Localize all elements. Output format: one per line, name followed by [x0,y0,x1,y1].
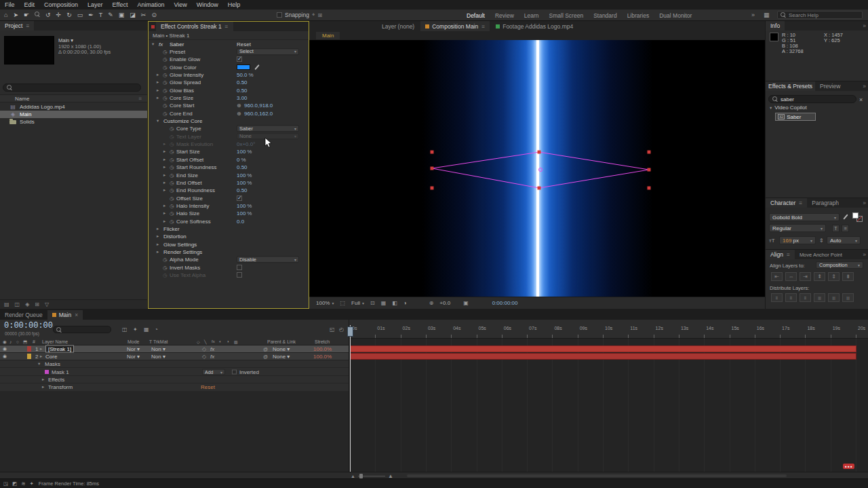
panel-menu-icon[interactable]: ≡ [787,251,790,258]
clone-stamp-tool-icon[interactable]: ▣ [119,12,125,18]
property-value[interactable]: 100% [237,202,252,208]
property-value[interactable]: 960.0,162.0 [244,110,273,116]
viewer-tab-footage-addidas-logo-mp4[interactable]: Footage Addidas Logo.mp4 [491,21,578,31]
mode-dropdown[interactable]: Nor ▾ [127,354,140,360]
trkmat-column[interactable]: T TrkMat [149,339,167,344]
motion-blur-master-icon[interactable]: ◔ [155,326,158,333]
menu-edit[interactable]: Edit [20,1,40,8]
panel-menu-icon[interactable]: ≡ [799,200,802,206]
inverted-checkbox[interactable] [232,369,237,374]
align-to-dropdown[interactable]: Composition▾ [816,261,863,269]
mask-vertex-handle[interactable] [431,151,434,154]
value-number[interactable]: 0x+0.0° [237,141,255,147]
workspace-dual-monitor[interactable]: Dual Monitor [659,12,692,19]
fill-color-swatch[interactable] [852,212,859,219]
draft-preview-icon[interactable]: ≋ [21,481,25,487]
twirl-icon[interactable]: ▾ [38,361,40,367]
draft-3d-icon[interactable]: ✦ [133,326,138,333]
property-row-transform[interactable]: ▸TransformReset [0,383,349,391]
value-number[interactable]: 0.50 [237,164,248,170]
new-composition-icon[interactable]: ◈ [25,301,29,307]
twirl-icon[interactable]: ▸ [163,141,165,147]
twirl-icon[interactable]: ▸ [157,88,159,93]
mask-anchor[interactable] [539,168,542,172]
distribute-v-center-button[interactable]: ≡ [785,293,797,302]
roto-brush-tool-icon[interactable]: ✂ [141,12,146,18]
zoom-out-mountain-icon[interactable]: ▲ [351,474,355,478]
font-style-dropdown[interactable]: Regular▾ [769,224,826,232]
property-value[interactable]: 0x+0.0° [237,141,255,147]
stretch-column[interactable]: Stretch [315,339,330,344]
eyedropper-icon[interactable] [254,64,260,70]
panel-overflow-icon[interactable]: » [863,83,866,90]
distribute-left-button[interactable]: ||| [814,293,825,302]
stopwatch-icon[interactable]: ◷ [163,49,167,55]
layer-name[interactable]: [Streak 1] [45,345,74,353]
hand-tool-icon[interactable]: ☛ [24,12,29,18]
new-folder-icon[interactable]: ◫ [15,301,20,307]
property-label[interactable]: Transform [48,384,73,390]
video-visibility-toggle[interactable]: ◉ [3,354,7,359]
distribute-h-center-button[interactable]: ||| [828,293,840,302]
align-v-center-button[interactable]: ⇕ [828,272,840,281]
transparency-grid-icon[interactable]: ▦ [381,300,387,306]
menu-view[interactable]: View [169,1,191,8]
close-icon[interactable]: × [75,312,78,318]
panel-divider[interactable] [349,320,349,472]
layer-name-column[interactable]: Layer Name [42,339,68,344]
tab-preview[interactable]: Preview [815,81,845,91]
property-row-mask-1[interactable]: Mask 1Add▾Inverted [0,368,349,375]
mask-vertex-handle[interactable] [648,151,651,154]
mode-dropdown[interactable]: Nor ▾ [127,346,140,352]
menu-layer[interactable]: Layer [83,1,108,8]
current-time-indicator-handle[interactable] [347,326,353,337]
panel-menu-icon[interactable]: ≡ [481,23,485,30]
mask-handles[interactable] [431,151,651,190]
resolution-dropdown[interactable]: Full▾ [351,300,364,306]
tab-align[interactable]: Align≡ [766,250,795,259]
workspace-small-screen[interactable]: Small Screen [549,12,584,19]
stopwatch-icon[interactable]: ◷ [163,56,167,62]
threed-column-icon[interactable]: ▧ [234,339,238,344]
twirl-icon[interactable]: ▸ [157,95,159,100]
tab-effect-controls[interactable]: Effect Controls Streak 1 ≡ [156,22,233,31]
value-number[interactable]: 0 [237,156,239,162]
twirl-icon[interactable]: ▸ [157,249,159,255]
preview-item-name[interactable]: Main ▾ [58,37,73,43]
panel-overflow-icon[interactable]: » [863,251,866,258]
mask-vertex-handle[interactable] [538,151,541,154]
tab-paragraph[interactable]: Paragraph [807,198,844,208]
workspace-standard[interactable]: Standard [593,12,617,19]
distribute-bottom-button[interactable]: ≡ [800,293,811,302]
property-checkbox[interactable] [237,272,242,278]
channel-icon[interactable]: ◑ [403,300,407,306]
workspace-default[interactable]: Default [467,12,485,19]
tab-render-queue[interactable]: Render Queue [0,310,47,320]
twirl-icon[interactable]: ▸ [163,187,165,193]
effects-item-saber[interactable]: 32 Saber [775,113,816,121]
mask-mode-dropdown[interactable]: Add▾ [202,369,225,375]
collapse-switch[interactable]: ◇ [202,346,206,352]
menu-composition[interactable]: Composition [39,1,83,8]
tab-effects-presets[interactable]: Effects & Presets [766,81,815,91]
project-item-main[interactable]: ◈Main [0,111,147,118]
point-icon[interactable]: ⊕ [237,110,241,116]
twirl-icon[interactable]: ▸ [163,219,165,224]
project-item-solids[interactable]: Solids [0,118,147,126]
layer-row-1[interactable]: ◉1▸[Streak 1]Nor ▾Non ▾◇fx@None ▾100.0% [0,345,349,353]
timeline-zoom-handle[interactable] [359,474,363,478]
twirl-icon[interactable]: ▸ [163,180,165,185]
selection-tool-icon[interactable]: ➤ [13,12,18,18]
parent-pickwhip-icon[interactable]: @ [263,354,268,359]
video-visibility-toggle[interactable]: ◉ [3,346,7,352]
tab-move-anchor-point[interactable]: Move Anchor Point [795,250,847,259]
fx-switch[interactable]: fx [210,354,214,360]
comp-mini-flowchart-icon[interactable]: ◫ [122,326,127,333]
menu-file[interactable]: File [0,1,20,8]
twirl-icon[interactable]: ▾ [770,105,772,111]
layer-duration-bar[interactable] [350,345,856,352]
shy-column-icon[interactable]: ◇ [197,339,200,344]
value-number[interactable]: 50.0 [237,72,248,78]
parent-dropdown[interactable]: None ▾ [273,346,290,352]
viewer-tab-composition-main[interactable]: Composition Main≡ [420,21,490,31]
